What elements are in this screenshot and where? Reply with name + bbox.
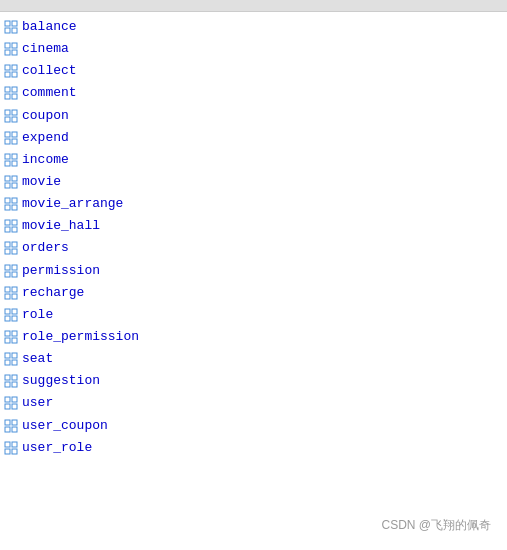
grid-icon (4, 20, 18, 34)
svg-rect-14 (5, 94, 10, 99)
list-item[interactable]: role_permission (0, 326, 507, 348)
svg-rect-53 (12, 309, 17, 314)
svg-rect-5 (12, 43, 17, 48)
grid-icon (4, 419, 18, 433)
item-label-role: role (22, 305, 53, 325)
grid-icon (4, 308, 18, 322)
svg-rect-19 (12, 117, 17, 122)
svg-rect-39 (12, 227, 17, 232)
grid-icon (4, 441, 18, 455)
item-label-balance: balance (22, 17, 77, 37)
svg-rect-7 (12, 50, 17, 55)
list-item[interactable]: suggestion (0, 370, 507, 392)
svg-rect-24 (5, 154, 10, 159)
svg-rect-72 (5, 420, 10, 425)
list-item[interactable]: user (0, 392, 507, 414)
list-item[interactable]: permission (0, 260, 507, 282)
svg-rect-41 (12, 242, 17, 247)
watermark: CSDN @飞翔的佩奇 (381, 517, 491, 534)
grid-icon (4, 197, 18, 211)
list-item[interactable]: movie_arrange (0, 193, 507, 215)
svg-rect-71 (12, 404, 17, 409)
grid-icon (4, 175, 18, 189)
svg-rect-29 (12, 176, 17, 181)
item-label-income: income (22, 150, 69, 170)
svg-rect-79 (12, 449, 17, 454)
svg-rect-68 (5, 397, 10, 402)
list-item[interactable]: seat (0, 348, 507, 370)
svg-rect-64 (5, 375, 10, 380)
svg-rect-70 (5, 404, 10, 409)
svg-rect-11 (12, 72, 17, 77)
grid-icon (4, 330, 18, 344)
svg-rect-6 (5, 50, 10, 55)
svg-rect-12 (5, 87, 10, 92)
svg-rect-46 (5, 272, 10, 277)
svg-rect-38 (5, 227, 10, 232)
svg-rect-61 (12, 353, 17, 358)
svg-rect-28 (5, 176, 10, 181)
svg-rect-34 (5, 205, 10, 210)
list-item[interactable]: recharge (0, 282, 507, 304)
svg-rect-73 (12, 420, 17, 425)
svg-rect-44 (5, 265, 10, 270)
svg-rect-21 (12, 132, 17, 137)
svg-rect-42 (5, 249, 10, 254)
item-label-user_coupon: user_coupon (22, 416, 108, 436)
list-item[interactable]: orders (0, 237, 507, 259)
svg-rect-16 (5, 110, 10, 115)
svg-rect-60 (5, 353, 10, 358)
svg-rect-47 (12, 272, 17, 277)
svg-rect-8 (5, 65, 10, 70)
list-item[interactable]: collect (0, 60, 507, 82)
list-item[interactable]: balance (0, 16, 507, 38)
svg-rect-52 (5, 309, 10, 314)
svg-rect-59 (12, 338, 17, 343)
svg-rect-27 (12, 161, 17, 166)
item-label-user_role: user_role (22, 438, 92, 458)
grid-icon (4, 131, 18, 145)
list-item[interactable]: movie (0, 171, 507, 193)
item-label-permission: permission (22, 261, 100, 281)
list-item[interactable]: expend (0, 127, 507, 149)
svg-rect-74 (5, 427, 10, 432)
grid-icon (4, 42, 18, 56)
list-item[interactable]: coupon (0, 105, 507, 127)
item-label-coupon: coupon (22, 106, 69, 126)
svg-rect-26 (5, 161, 10, 166)
svg-rect-63 (12, 360, 17, 365)
svg-rect-32 (5, 198, 10, 203)
list-item[interactable]: role (0, 304, 507, 326)
svg-rect-18 (5, 117, 10, 122)
grid-icon (4, 264, 18, 278)
grid-icon (4, 241, 18, 255)
item-label-orders: orders (22, 238, 69, 258)
svg-rect-65 (12, 375, 17, 380)
svg-rect-57 (12, 331, 17, 336)
item-label-cinema: cinema (22, 39, 69, 59)
item-label-movie: movie (22, 172, 61, 192)
list-item[interactable]: user_coupon (0, 415, 507, 437)
svg-rect-13 (12, 87, 17, 92)
grid-icon (4, 352, 18, 366)
svg-rect-22 (5, 139, 10, 144)
svg-rect-77 (12, 442, 17, 447)
svg-rect-0 (5, 21, 10, 26)
list-item[interactable]: income (0, 149, 507, 171)
svg-rect-31 (12, 183, 17, 188)
item-label-comment: comment (22, 83, 77, 103)
svg-rect-2 (5, 28, 10, 33)
svg-rect-23 (12, 139, 17, 144)
svg-rect-35 (12, 205, 17, 210)
svg-rect-66 (5, 382, 10, 387)
list-item[interactable]: user_role (0, 437, 507, 459)
svg-rect-50 (5, 294, 10, 299)
grid-icon (4, 286, 18, 300)
list-item[interactable]: movie_hall (0, 215, 507, 237)
grid-icon (4, 219, 18, 233)
table-list: balance cinema collect comment coupon ex (0, 12, 507, 463)
svg-rect-62 (5, 360, 10, 365)
item-label-expend: expend (22, 128, 69, 148)
list-item[interactable]: cinema (0, 38, 507, 60)
list-item[interactable]: comment (0, 82, 507, 104)
